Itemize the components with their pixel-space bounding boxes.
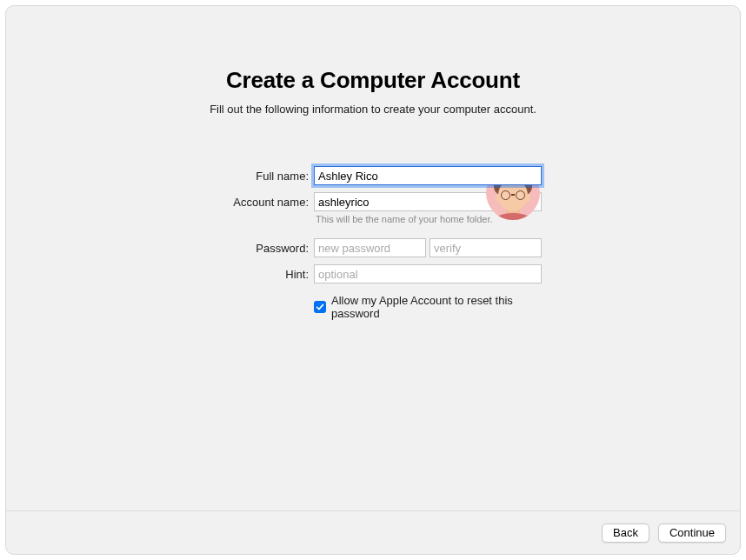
allow-reset-label: Allow my Apple Account to reset this pas… — [331, 294, 542, 320]
password-verify-input[interactable] — [430, 238, 542, 257]
page-title: Create a Computer Account — [6, 67, 740, 94]
password-new-input[interactable] — [314, 238, 426, 257]
account-name-label: Account name: — [204, 192, 309, 209]
full-name-input[interactable] — [314, 166, 542, 185]
password-label: Password: — [204, 238, 309, 255]
content-area: Create a Computer Account Fill out the f… — [6, 6, 740, 320]
full-name-label: Full name: — [204, 166, 309, 183]
setup-window: Create a Computer Account Fill out the f… — [5, 5, 741, 555]
check-icon — [316, 303, 324, 311]
hint-input[interactable] — [314, 264, 542, 283]
footer-bar: Back Continue — [6, 510, 740, 554]
continue-button[interactable]: Continue — [658, 523, 726, 543]
back-button[interactable]: Back — [602, 523, 649, 543]
hint-label: Hint: — [204, 264, 309, 281]
page-subtitle: Fill out the following information to cr… — [6, 103, 740, 116]
form-area: Full name: Account name: This will be th… — [6, 166, 740, 320]
allow-reset-checkbox[interactable] — [314, 301, 326, 313]
